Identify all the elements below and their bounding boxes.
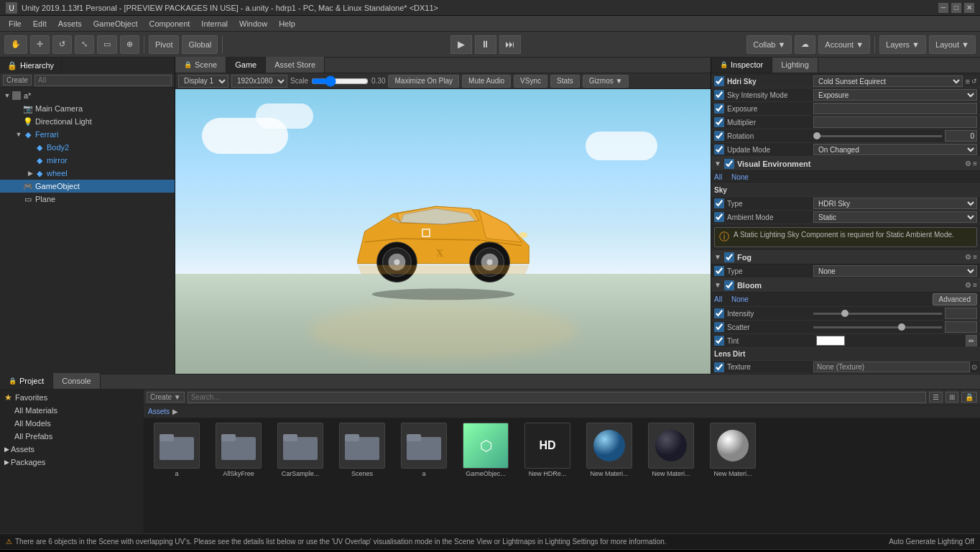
hand-tool[interactable]: ✋ bbox=[4, 35, 27, 54]
play-button[interactable]: ▶ bbox=[450, 35, 472, 54]
close-button[interactable]: ✕ bbox=[964, 3, 974, 13]
lighting-tab[interactable]: Lighting bbox=[772, 58, 818, 73]
project-item-a2[interactable]: a bbox=[395, 423, 453, 477]
update-mode-checkbox[interactable] bbox=[714, 144, 724, 155]
pivot-button[interactable]: Pivot bbox=[149, 35, 179, 54]
favorites-item[interactable]: ★ Favorites bbox=[0, 391, 143, 404]
menu-internal[interactable]: Internal bbox=[195, 18, 234, 29]
minimize-button[interactable]: ─ bbox=[938, 3, 948, 13]
ambient-mode-select[interactable]: Static bbox=[813, 211, 977, 223]
layout-button[interactable]: Layout ▼ bbox=[929, 35, 976, 54]
rotation-slider[interactable] bbox=[813, 135, 942, 137]
bloom-tint-checkbox[interactable] bbox=[714, 336, 724, 346]
project-item-mat-dark[interactable]: New Materi... bbox=[642, 423, 700, 477]
transform-tool[interactable]: ⊕ bbox=[120, 35, 139, 54]
fog-gear-icon[interactable]: ⚙ bbox=[965, 253, 971, 261]
scale-slider[interactable] bbox=[311, 77, 369, 86]
explorer-button[interactable] bbox=[259, 550, 287, 553]
bloom-intensity-slider[interactable] bbox=[813, 313, 942, 315]
bloom-scatter-slider[interactable] bbox=[813, 326, 942, 328]
mute-audio-button[interactable]: Mute Audio bbox=[462, 75, 511, 88]
app-button-2[interactable]: C bbox=[379, 550, 408, 553]
lock-button[interactable]: 🔒 bbox=[961, 392, 977, 402]
project-item-a1[interactable]: a bbox=[148, 423, 205, 477]
gizmos-button[interactable]: Gizmos ▼ bbox=[583, 75, 629, 88]
pause-button[interactable]: ⏸ bbox=[475, 35, 496, 54]
global-button[interactable]: Global bbox=[182, 35, 218, 54]
tree-item-mirror[interactable]: ▶ ◆ mirror bbox=[0, 154, 175, 167]
project-tab[interactable]: 🔒 Project bbox=[0, 373, 53, 389]
tree-item-directional-light[interactable]: ▶ 💡 Directional Light bbox=[0, 115, 175, 128]
account-button[interactable]: Account ▼ bbox=[818, 35, 870, 54]
sort-button[interactable]: ☰ bbox=[929, 392, 943, 402]
all-label[interactable]: All bbox=[714, 173, 731, 181]
display-select[interactable]: Display 1 bbox=[178, 75, 228, 88]
collab-button[interactable]: Collab ▼ bbox=[746, 35, 792, 54]
hierarchy-create-button[interactable]: Create bbox=[3, 75, 32, 86]
tree-item-ferrari[interactable]: ▼ ◆ Ferrari bbox=[0, 128, 175, 141]
visual-env-section[interactable]: ▼ Visual Environment ⚙ ≡ bbox=[711, 157, 980, 171]
chrome-button[interactable] bbox=[289, 550, 318, 553]
tree-item-plane[interactable]: ▶ ▭ Plane bbox=[0, 193, 175, 206]
menu-window[interactable]: Window bbox=[234, 18, 273, 29]
bloom-scatter-value[interactable]: 0.7 bbox=[945, 321, 977, 333]
multiplier-input[interactable]: 1 bbox=[813, 116, 977, 128]
menu-gameobject[interactable]: GameObject bbox=[88, 18, 144, 29]
menu-help[interactable]: Help bbox=[273, 18, 301, 29]
fog-section[interactable]: ▼ Fog ⚙ ≡ bbox=[711, 250, 980, 264]
fog-type-checkbox[interactable] bbox=[714, 266, 724, 276]
bloom-gear-icon[interactable]: ⚙ bbox=[965, 281, 971, 289]
hierarchy-tab[interactable]: 🔒 Hierarchy bbox=[0, 58, 62, 73]
step-button[interactable]: ⏭ bbox=[499, 35, 521, 54]
unity-taskbar-button[interactable]: U bbox=[410, 550, 438, 553]
tint-edit-button[interactable]: ✏ bbox=[966, 335, 977, 346]
packages-item[interactable]: ▶ Packages bbox=[0, 456, 143, 469]
asset-store-tab[interactable]: Asset Store bbox=[266, 57, 325, 73]
project-item-allsky[interactable]: AllSkyFree bbox=[210, 423, 267, 477]
exposure-checkbox[interactable] bbox=[714, 104, 724, 114]
vsync-button[interactable]: VSync bbox=[514, 75, 547, 88]
menu-assets[interactable]: Assets bbox=[52, 18, 88, 29]
menu-component[interactable]: Component bbox=[143, 18, 195, 29]
bloom-section[interactable]: ▼ Bloom ⚙ ≡ bbox=[711, 278, 980, 293]
target-icon[interactable]: ⊙ bbox=[971, 363, 977, 371]
all-prefabs-item[interactable]: All Prefabs bbox=[0, 430, 143, 443]
scale-tool[interactable]: ⤡ bbox=[75, 35, 94, 54]
rotate-tool[interactable]: ↺ bbox=[52, 35, 72, 54]
move-tool[interactable]: ✛ bbox=[30, 35, 50, 54]
sky-type-select[interactable]: HDRI Sky bbox=[813, 198, 977, 209]
multiplier-checkbox[interactable] bbox=[714, 117, 724, 127]
project-item-scenes[interactable]: Scenes bbox=[333, 423, 391, 477]
project-item-hd[interactable]: HD New HDRe... bbox=[519, 423, 576, 477]
ambient-mode-checkbox[interactable] bbox=[714, 212, 724, 222]
hdri-sky-select[interactable]: Cold Sunset Equirect bbox=[813, 75, 963, 87]
visual-env-checkbox[interactable] bbox=[724, 159, 734, 169]
project-item-gameobj[interactable]: ⬡ GameObjec... bbox=[457, 423, 514, 477]
rect-tool[interactable]: ▭ bbox=[97, 35, 117, 54]
tree-item-gameobject[interactable]: ▶ 🎮 GameObject bbox=[0, 180, 175, 193]
project-item-mat-white[interactable]: New Materi... bbox=[704, 423, 762, 477]
hdri-sky-checkbox[interactable] bbox=[714, 76, 724, 86]
scene-tab[interactable]: 🔒 Scene bbox=[175, 57, 226, 73]
fog-checkbox[interactable] bbox=[724, 252, 734, 262]
assets-item[interactable]: ▶ Assets bbox=[0, 443, 143, 456]
all-models-item[interactable]: All Models bbox=[0, 417, 143, 430]
project-search-input[interactable] bbox=[188, 392, 926, 403]
start-button[interactable] bbox=[6, 550, 34, 553]
tree-item-body2[interactable]: ▶ ◆ Body2 bbox=[0, 141, 175, 154]
sky-intensity-checkbox[interactable] bbox=[714, 90, 724, 100]
bloom-intensity-value[interactable]: 0.231 bbox=[945, 308, 977, 319]
exposure-input[interactable]: 0 bbox=[813, 103, 977, 114]
menu-edit[interactable]: Edit bbox=[27, 18, 52, 29]
filter-button[interactable]: ⊞ bbox=[946, 392, 958, 402]
word-button[interactable]: W bbox=[319, 550, 348, 553]
cloud-button[interactable]: ☁ bbox=[795, 35, 815, 54]
bloom-all-label[interactable]: All bbox=[714, 295, 731, 303]
bloom-scatter-checkbox[interactable] bbox=[714, 322, 724, 332]
resolution-select[interactable]: 1920x1080 bbox=[231, 75, 287, 88]
tree-item-root[interactable]: ▼ a* bbox=[0, 89, 175, 102]
maximize-on-play-button[interactable]: Maximize On Play bbox=[388, 75, 459, 88]
maximize-button[interactable]: □ bbox=[951, 3, 961, 13]
sky-intensity-select[interactable]: Exposure bbox=[813, 89, 977, 101]
project-item-mat-blue[interactable]: New Materi... bbox=[581, 423, 638, 477]
